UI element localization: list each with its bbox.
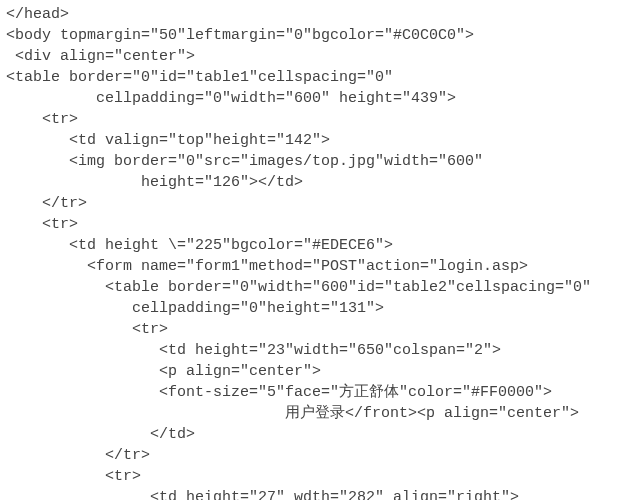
code-line: </td>	[6, 424, 633, 445]
code-line: height="126"></td>	[6, 172, 633, 193]
code-line: <font-size="5"face="方正舒体"color="#FF0000"…	[6, 382, 633, 403]
code-block: </head><body topmargin="50"leftmargin="0…	[0, 0, 633, 500]
code-line: <td height="27" wdth="282" align="right"…	[6, 487, 633, 500]
code-line: <tr>	[6, 319, 633, 340]
code-line: cellpadding="0"width="600" height="439">	[6, 88, 633, 109]
code-line: <table border="0"width="600"id="table2"c…	[6, 277, 633, 298]
code-line: <td valign="top"height="142">	[6, 130, 633, 151]
code-line: <tr>	[6, 109, 633, 130]
code-line: <td height="23"width="650"colspan="2">	[6, 340, 633, 361]
code-line: <tr>	[6, 214, 633, 235]
code-line: </head>	[6, 4, 633, 25]
code-line: <td height \="225"bgcolor="#EDECE6">	[6, 235, 633, 256]
code-line: <tr>	[6, 466, 633, 487]
code-line: </tr>	[6, 445, 633, 466]
code-line: <form name="form1"method="POST"action="l…	[6, 256, 633, 277]
code-line: </tr>	[6, 193, 633, 214]
code-line: <p align="center">	[6, 361, 633, 382]
code-line: <table border="0"id="table1"cellspacing=…	[6, 67, 633, 88]
code-line: <div align="center">	[6, 46, 633, 67]
code-line: <img border="0"src="images/top.jpg"width…	[6, 151, 633, 172]
code-line: cellpadding="0"height="131">	[6, 298, 633, 319]
code-line: 用户登录</front><p align="center">	[6, 403, 633, 424]
code-line: <body topmargin="50"leftmargin="0"bgcolo…	[6, 25, 633, 46]
